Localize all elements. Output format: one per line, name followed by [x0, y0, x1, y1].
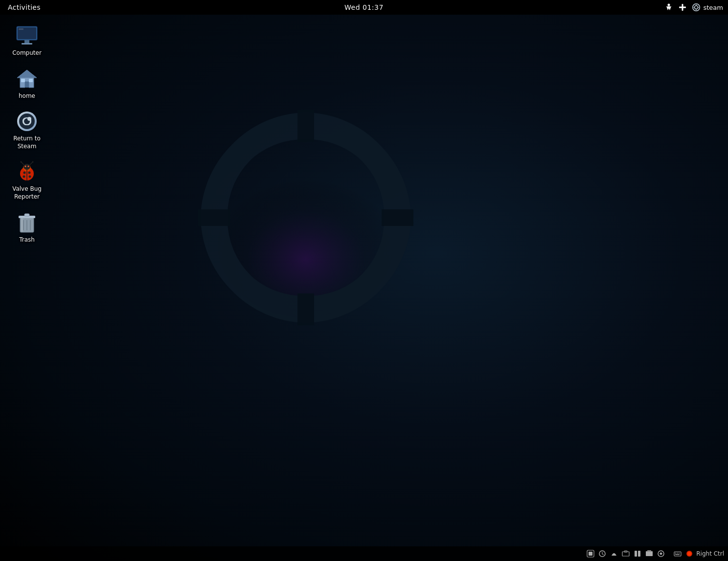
desktop-icons-container: Computer home [5, 22, 49, 246]
steam-tray[interactable]: steam [691, 2, 724, 13]
svg-rect-48 [589, 552, 592, 556]
svg-point-36 [32, 161, 34, 163]
svg-rect-46 [21, 218, 23, 232]
network-icon[interactable] [677, 2, 688, 13]
svg-rect-7 [679, 7, 686, 8]
steam-icon [15, 110, 39, 133]
valve-bug-reporter-label: Valve BugReporter [12, 185, 42, 201]
svg-point-38 [28, 166, 29, 167]
taskbar-icon-4[interactable] [621, 549, 631, 559]
home-label: home [19, 92, 35, 100]
right-ctrl-label: Right Ctrl [696, 550, 724, 557]
topbar-right: steam [663, 2, 728, 13]
svg-rect-54 [646, 551, 653, 556]
svg-point-31 [23, 176, 25, 178]
svg-rect-12 [24, 40, 29, 43]
svg-rect-61 [675, 554, 680, 555]
taskbar-icon-5[interactable] [633, 549, 642, 559]
svg-point-32 [29, 176, 31, 178]
svg-point-8 [694, 6, 698, 9]
return-to-steam-icon-item[interactable]: Return toSteam [5, 108, 49, 152]
svg-point-24 [27, 117, 31, 121]
computer-icon [15, 24, 39, 47]
steam-tray-icon [691, 2, 702, 13]
svg-marker-17 [17, 70, 37, 78]
svg-rect-20 [29, 79, 33, 82]
svg-point-30 [28, 172, 31, 174]
svg-rect-1 [297, 110, 314, 142]
return-to-steam-label: Return toSteam [13, 135, 41, 150]
svg-rect-3 [198, 209, 230, 226]
home-icon-item[interactable]: home [5, 65, 49, 102]
svg-rect-18 [25, 82, 29, 88]
svg-rect-57 [674, 552, 681, 556]
svg-point-5 [667, 4, 670, 6]
svg-rect-14 [19, 28, 23, 30]
svg-point-37 [25, 166, 26, 167]
svg-point-63 [687, 552, 691, 556]
svg-rect-4 [382, 209, 413, 226]
taskbar-icon-6[interactable] [644, 549, 654, 559]
svg-rect-19 [21, 79, 25, 82]
svg-point-35 [21, 161, 22, 163]
taskbar: Right Ctrl [0, 546, 728, 561]
taskbar-icon-3[interactable] [609, 549, 619, 559]
svg-point-0 [218, 171, 394, 318]
svg-rect-59 [677, 553, 678, 554]
trash-label: Trash [19, 236, 35, 244]
desktop: Activities Wed 01:37 [0, 0, 728, 561]
topbar-left: Activities [0, 2, 44, 12]
taskbar-keyboard-icon[interactable] [673, 549, 682, 559]
trash-icon [15, 211, 39, 234]
svg-rect-52 [635, 551, 637, 557]
activities-button[interactable]: Activities [5, 2, 44, 12]
topbar-clock: Wed 01:37 [344, 3, 384, 11]
bug-icon [15, 160, 39, 183]
background-logo [186, 98, 426, 337]
svg-rect-55 [647, 550, 651, 552]
taskbar-icon-red[interactable] [684, 549, 694, 559]
computer-icon-item[interactable]: Computer [5, 22, 49, 59]
svg-rect-60 [679, 553, 680, 554]
trash-icon-item[interactable]: Trash [5, 209, 49, 246]
svg-rect-13 [22, 43, 32, 45]
accessibility-icon[interactable] [663, 2, 674, 13]
svg-rect-58 [675, 553, 676, 554]
svg-rect-53 [638, 551, 640, 557]
home-icon [15, 67, 39, 90]
valve-bug-reporter-icon-item[interactable]: Valve BugReporter [5, 158, 49, 202]
svg-point-29 [23, 172, 26, 174]
svg-rect-2 [297, 293, 314, 325]
taskbar-icon-7[interactable] [656, 549, 666, 559]
taskbar-icon-2[interactable] [597, 549, 607, 559]
topbar: Activities Wed 01:37 [0, 0, 728, 15]
svg-rect-42 [24, 214, 29, 216]
computer-label: Computer [12, 49, 42, 57]
taskbar-icon-1[interactable] [586, 549, 595, 559]
steam-label: steam [704, 4, 724, 11]
